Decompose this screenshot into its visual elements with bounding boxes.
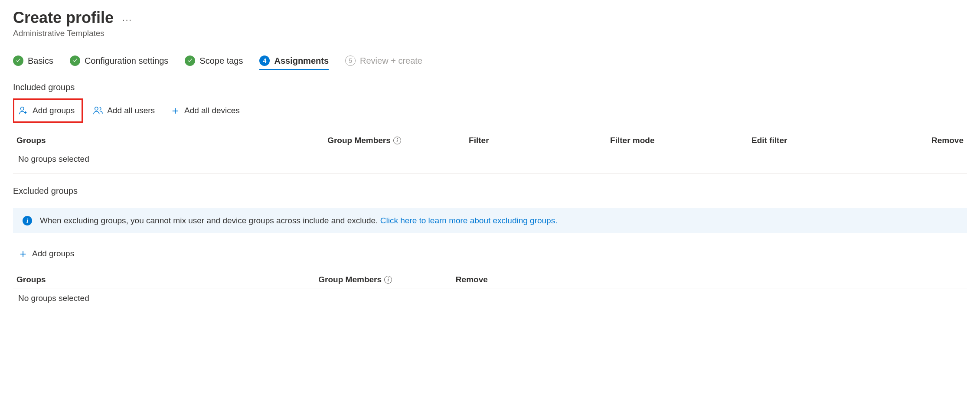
check-icon: [70, 56, 80, 66]
add-all-devices-button[interactable]: + Add all devices: [165, 98, 245, 123]
plus-icon: +: [170, 105, 180, 116]
more-icon[interactable]: ···: [122, 15, 132, 25]
learn-more-link[interactable]: Click here to learn more about excluding…: [380, 216, 558, 225]
step-configuration-settings[interactable]: Configuration settings: [70, 56, 168, 70]
info-icon[interactable]: i: [393, 137, 401, 144]
add-groups-label: Add groups: [33, 106, 75, 115]
page-subtitle: Administrative Templates: [13, 29, 967, 38]
step-scope-tags[interactable]: Scope tags: [185, 56, 243, 70]
step-number-icon: 5: [345, 56, 356, 66]
wizard-steps: Basics Configuration settings Scope tags…: [13, 56, 967, 70]
step-label: Basics: [28, 56, 53, 66]
excluded-groups-heading: Excluded groups: [13, 186, 967, 196]
column-groups: Groups: [16, 136, 327, 145]
add-groups-button[interactable]: Add groups: [13, 98, 83, 123]
step-assignments[interactable]: 4 Assignments: [259, 56, 329, 70]
info-banner-text: When excluding groups, you cannot mix us…: [40, 216, 557, 225]
add-groups-label: Add groups: [32, 249, 74, 258]
column-group-members: Group Members i: [327, 136, 469, 145]
step-number-icon: 4: [259, 56, 270, 66]
column-groups: Groups: [16, 275, 318, 284]
included-groups-heading: Included groups: [13, 82, 967, 92]
column-edit-filter: Edit filter: [751, 136, 893, 145]
included-table-empty: No groups selected: [13, 149, 967, 174]
check-icon: [185, 56, 195, 66]
step-label: Review + create: [360, 56, 422, 66]
info-icon: i: [23, 216, 32, 225]
page-title: Create profile: [13, 9, 114, 27]
included-actions: Add groups Add all users + Add all devic…: [13, 98, 967, 123]
step-label: Scope tags: [199, 56, 243, 66]
column-spacer: [593, 275, 964, 284]
plus-icon: +: [18, 248, 28, 259]
step-basics[interactable]: Basics: [13, 56, 53, 70]
add-all-users-label: Add all users: [107, 106, 155, 115]
add-all-devices-label: Add all devices: [184, 106, 240, 115]
column-remove: Remove: [456, 275, 593, 284]
step-label: Assignments: [274, 56, 329, 66]
excluded-table-empty: No groups selected: [13, 288, 967, 313]
add-all-users-button[interactable]: Add all users: [88, 98, 160, 123]
column-filter-mode: Filter mode: [610, 136, 751, 145]
excluded-actions: + Add groups: [13, 245, 967, 262]
excluded-table-header: Groups Group Members i Remove: [13, 271, 967, 288]
step-review-create[interactable]: 5 Review + create: [345, 56, 422, 70]
column-remove: Remove: [893, 136, 964, 145]
people-icon: [93, 106, 103, 115]
column-filter: Filter: [469, 136, 610, 145]
info-icon[interactable]: i: [384, 276, 392, 284]
check-icon: [13, 56, 23, 66]
person-add-icon: [19, 106, 28, 115]
step-label: Configuration settings: [85, 56, 168, 66]
included-table-header: Groups Group Members i Filter Filter mod…: [13, 132, 967, 149]
excluded-info-banner: i When excluding groups, you cannot mix …: [13, 208, 967, 233]
column-group-members: Group Members i: [318, 275, 456, 284]
add-groups-button-excluded[interactable]: + Add groups: [13, 245, 79, 262]
